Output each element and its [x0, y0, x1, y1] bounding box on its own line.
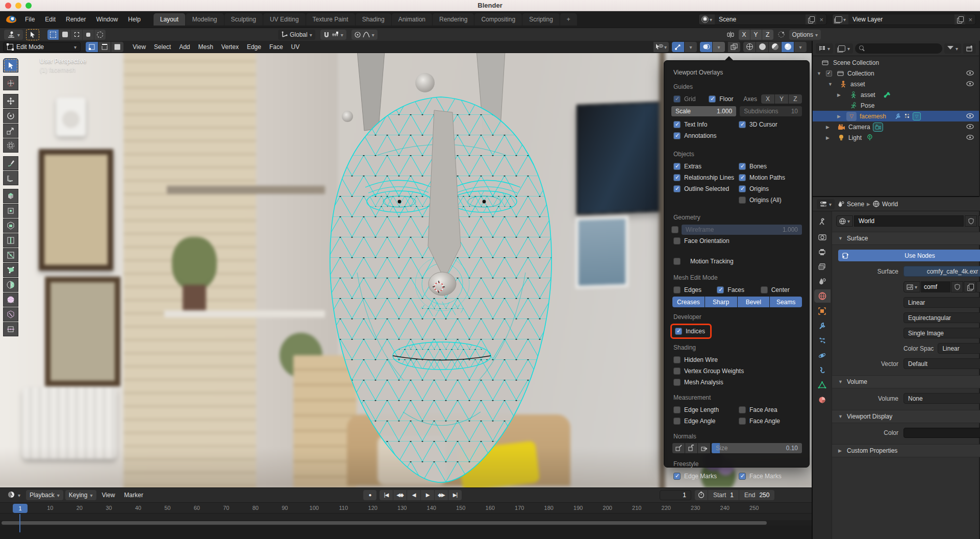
current-frame-indicator[interactable]: 1	[13, 504, 28, 513]
workspace-tab[interactable]: Modeling	[186, 13, 224, 26]
view-layer-browse-button[interactable]	[833, 14, 848, 24]
blender-logo-icon[interactable]	[6, 16, 16, 23]
indices-checkbox[interactable]: Indices	[673, 326, 705, 337]
wireframe-slider[interactable]: Wireframe1.000	[682, 225, 802, 235]
select-mode-subtract[interactable]	[71, 30, 82, 40]
checkbox[interactable]	[673, 185, 681, 192]
breadcrumb-world[interactable]: World	[882, 201, 898, 208]
checkbox[interactable]	[739, 473, 746, 480]
checkbox[interactable]	[761, 286, 768, 293]
view-menu[interactable]: View	[98, 490, 119, 500]
checkbox[interactable]	[673, 356, 681, 363]
viewport-display-panel-header[interactable]: ▼ Viewport Display ∷∷	[832, 410, 980, 423]
timeline-ruler[interactable]: 1102030405060708090100110120130140150160…	[0, 502, 812, 513]
gizmos-toggle[interactable]	[672, 42, 684, 52]
tab-modifiers[interactable]	[814, 319, 831, 332]
overlay-checkbox[interactable]: Faces	[715, 284, 758, 296]
menu-item[interactable]: Help	[123, 14, 145, 25]
disclosure-triangle-icon[interactable]: ▶	[837, 92, 841, 97]
disclosure-triangle-icon[interactable]: ▶	[826, 125, 830, 130]
grid-checkbox[interactable]: Grid	[671, 93, 703, 105]
motion-tracking-checkbox[interactable]: Motion Tracking	[671, 256, 734, 267]
edit-overlay-toggle[interactable]: Bevel	[738, 297, 770, 307]
world-name-field[interactable]: World	[854, 215, 964, 227]
tool-add-cube[interactable]	[3, 189, 18, 203]
interpolation-dropdown[interactable]: Linear	[903, 297, 980, 308]
disclosure-triangle-icon[interactable]: ▶	[826, 135, 830, 140]
marker-menu[interactable]: Marker	[120, 490, 146, 500]
checkbox[interactable]	[673, 368, 681, 375]
menu-item[interactable]: Render	[61, 14, 90, 25]
tool-transform[interactable]	[3, 138, 18, 153]
color-space-dropdown[interactable]: Linear	[938, 343, 980, 354]
disclosure-triangle-icon[interactable]: ▼	[817, 71, 821, 76]
overlay-checkbox[interactable]: Face Area	[737, 404, 802, 415]
timeline-scrollbar[interactable]	[0, 520, 812, 526]
gizmos-dropdown[interactable]	[685, 42, 697, 52]
face-normals-button[interactable]	[698, 443, 710, 453]
viewport-canvas[interactable]: User Perspective (1) facemesh	[0, 53, 812, 487]
overlay-checkbox[interactable]: Relationship Lines	[671, 172, 737, 183]
overlay-checkbox[interactable]: Mesh Analysis	[671, 377, 802, 388]
checkbox[interactable]	[673, 286, 681, 293]
volume-panel-header[interactable]: ▼ Volume ∷∷	[832, 375, 980, 388]
outliner-search-input[interactable]	[855, 43, 942, 54]
grid-scale-field[interactable]: Scale1.000	[671, 106, 736, 116]
transform-orientation-dropdown[interactable]: Global	[278, 30, 315, 40]
remove-view-layer-button[interactable]: ×	[965, 16, 975, 23]
overlay-checkbox[interactable]: Edges	[671, 284, 715, 296]
jump-to-start-button[interactable]: |◀	[380, 490, 393, 500]
workspace-tab[interactable]: UV Editing	[263, 13, 306, 26]
use-preview-range-button[interactable]	[695, 490, 708, 500]
tab-scene[interactable]	[814, 275, 831, 288]
new-collection-button[interactable]	[963, 43, 976, 54]
shading-material-button[interactable]	[769, 42, 781, 52]
options-dropdown[interactable]: Options	[789, 30, 821, 40]
annotations-checkbox[interactable]: Annotations	[671, 130, 737, 141]
viewport-color-swatch[interactable]	[903, 428, 980, 438]
overlay-checkbox[interactable]: Hidden Wire	[671, 354, 802, 365]
wireframe-checkbox[interactable]	[671, 226, 679, 233]
disclosure-triangle-icon[interactable]: ▶	[837, 114, 841, 119]
outliner-row-armature[interactable]: ▼ asset	[813, 79, 979, 89]
overlay-checkbox[interactable]: Extras	[671, 161, 737, 172]
select-mode-intersect[interactable]	[94, 30, 106, 40]
active-tool-dropdown[interactable]	[4, 30, 23, 40]
vertex-normals-button[interactable]	[672, 443, 685, 453]
snapping-toggle[interactable]	[320, 30, 346, 40]
shading-dropdown[interactable]	[794, 42, 807, 52]
menu-item[interactable]: File	[20, 14, 39, 25]
menu-item[interactable]: Window	[91, 14, 122, 25]
tool-extrude-region[interactable]	[3, 204, 18, 218]
tool-inset-faces[interactable]	[3, 218, 18, 233]
view-layer-name[interactable]: View Layer	[848, 16, 954, 23]
active-tool-select-box[interactable]	[26, 29, 39, 40]
face-select-mode-button[interactable]	[111, 42, 123, 52]
image-fake-user-button[interactable]	[951, 281, 963, 292]
tab-object-data[interactable]	[814, 378, 831, 391]
prev-keyframe-button[interactable]: ◀◆	[393, 490, 407, 500]
tab-physics[interactable]	[814, 349, 831, 362]
image-copy-button[interactable]	[964, 281, 976, 292]
edit-overlay-toggle[interactable]: Sharp	[705, 297, 737, 307]
tab-output[interactable]	[814, 245, 831, 258]
viewport-menu-item[interactable]: Face	[265, 42, 287, 52]
viewport-menu-item[interactable]: Add	[175, 42, 194, 52]
image-open-button[interactable]	[976, 281, 980, 292]
overlay-checkbox[interactable]: Edge Angle	[671, 415, 737, 427]
play-button[interactable]: ▶	[421, 490, 434, 500]
end-frame-field[interactable]: End250	[739, 490, 774, 500]
outliner-filter-dropdown[interactable]	[944, 43, 961, 54]
viewport-menu-item[interactable]: UV	[287, 42, 304, 52]
workspace-tab[interactable]: Scripting	[522, 13, 560, 26]
collection-checkbox[interactable]	[826, 70, 832, 77]
record-button[interactable]: ●	[363, 490, 376, 500]
tab-particles[interactable]	[814, 334, 831, 347]
workspace-tab[interactable]: +	[560, 13, 577, 26]
eye-icon[interactable]	[966, 81, 974, 88]
scene-name[interactable]: Scene	[715, 16, 806, 23]
overlay-checkbox[interactable]: Edge Length	[671, 404, 737, 415]
viewport-menu-item[interactable]: Select	[150, 42, 175, 52]
next-keyframe-button[interactable]: ◆▶	[435, 490, 448, 500]
checkbox[interactable]	[739, 197, 746, 204]
